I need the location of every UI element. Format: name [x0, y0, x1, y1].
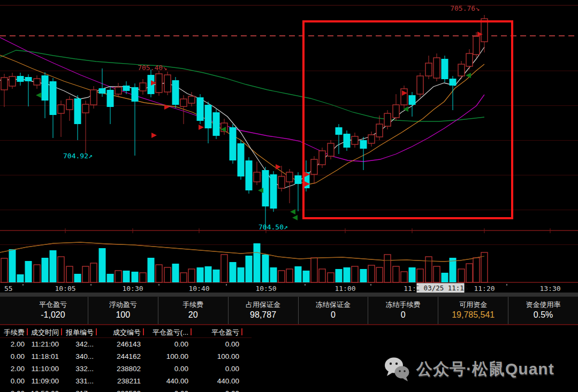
candle-down — [107, 90, 114, 107]
candle-up — [352, 136, 358, 144]
panel-splitter[interactable] — [0, 293, 578, 296]
trade-col-header[interactable]: 平仓盈亏(... — [153, 328, 188, 337]
column-resize-handle[interactable] — [241, 328, 242, 335]
volume-bar-up — [82, 266, 89, 282]
candle-up — [473, 36, 480, 55]
column-resize-handle[interactable] — [191, 328, 192, 335]
column-resize-handle[interactable] — [96, 328, 97, 335]
time-axis-label: 11:20 — [474, 285, 495, 293]
candle-up — [328, 143, 334, 156]
trade-row[interactable]: 0.0011:09:00331...238211440.00440.00 — [0, 375, 252, 387]
account-summary-bar: 平仓盈亏-1,020浮动盈亏100手续费20占用保证金98,787冻结保证金0冻… — [0, 296, 578, 325]
trade-cell: 342... — [75, 340, 94, 348]
ma-line-green — [0, 50, 484, 121]
watermark: 公众号·松鼠Quant — [383, 353, 571, 385]
time-axis-label: 13:30 — [539, 285, 560, 293]
trade-table-header[interactable]: 手续费成交时间报单编号成交编号平仓盈亏(...平仓盈亏 — [0, 327, 252, 338]
candle-up — [319, 151, 325, 165]
volume-bar-up — [384, 255, 391, 282]
kline-chart-panel[interactable]: 705.76↘705.40↘704.92↗704.50↗5510:0510:30… — [0, 0, 578, 293]
volume-bar-up — [34, 265, 40, 282]
volume-bar-down — [148, 258, 155, 282]
candle-down — [336, 127, 343, 135]
candle-up — [254, 172, 260, 182]
trade-cell: 440.00 — [217, 377, 239, 385]
buy-signal-icon — [276, 164, 281, 170]
volume-bar-down — [238, 267, 245, 282]
trade-cell: 11:18:01 — [31, 352, 59, 360]
trade-col-header[interactable]: 成交时间 — [31, 328, 59, 337]
volume-bar-down — [344, 267, 351, 282]
volume-bar-up — [164, 267, 171, 282]
volume-bar-up — [319, 269, 325, 282]
column-resize-handle[interactable] — [27, 328, 28, 335]
volume-bar-up — [180, 273, 187, 282]
column-resize-handle[interactable] — [61, 328, 62, 335]
trade-cell: 0.00 — [174, 389, 188, 392]
candle-down — [74, 98, 81, 124]
candle-down — [123, 86, 130, 91]
account-field-label: 手续费 — [158, 301, 228, 309]
price-label: 704.50↗ — [258, 223, 288, 231]
trade-row[interactable]: 2.0011:21:00342...2461430.000.00 — [0, 338, 252, 350]
candle-up — [458, 64, 465, 76]
trade-cell: 11:09:00 — [31, 377, 59, 385]
volume-bar-down — [303, 271, 310, 282]
volume-bar-down — [50, 250, 57, 282]
highlight-annotation-box — [303, 21, 512, 218]
buy-signal-icon — [199, 125, 204, 130]
account-field-label: 资金使用率 — [508, 301, 578, 309]
volume-bar-up — [66, 266, 73, 282]
account-field-value: 100 — [88, 309, 158, 321]
candle-down — [197, 97, 204, 121]
trade-cell: 11:10:00 — [31, 365, 59, 373]
volume-bar-down — [17, 274, 24, 282]
ma-line-vol — [0, 242, 484, 262]
volume-bar-down — [42, 258, 49, 282]
trade-cell: 10:56:00 — [31, 389, 59, 392]
kline-chart-canvas[interactable]: 705.76↘705.40↘704.92↗704.50↗5510:0510:30… — [0, 0, 578, 293]
candle-down — [246, 160, 253, 190]
candle-down — [360, 140, 367, 149]
column-resize-handle[interactable] — [143, 328, 144, 335]
volume-bar-up — [393, 266, 399, 282]
trade-cell: 244162 — [117, 352, 141, 360]
account-field-占用保证金: 占用保证金98,787 — [228, 297, 298, 324]
trade-cell: 2.00 — [11, 365, 25, 373]
candle-up — [278, 176, 285, 188]
volume-bar-up — [140, 273, 146, 282]
trade-row[interactable]: 2.0010:56:00317...2305020.000.00 — [0, 387, 252, 392]
volume-bar-down — [254, 243, 261, 282]
trade-row[interactable]: 2.0011:10:00332...2388020.000.00 — [0, 363, 252, 375]
trade-col-header[interactable]: 成交编号 — [113, 328, 141, 337]
volume-bar-down — [295, 266, 302, 282]
trade-row[interactable]: 0.0011:18:01340...244162100.00100.00 — [0, 350, 252, 363]
candle-up — [140, 83, 146, 91]
candle-up — [180, 99, 187, 106]
price-label: 705.40↘ — [138, 64, 167, 72]
time-axis-label: 10:40 — [188, 285, 209, 293]
trade-cell: 331... — [75, 377, 94, 385]
candle-down — [205, 105, 212, 128]
volume-bar-down — [409, 267, 416, 282]
trade-col-header[interactable]: 报单编号 — [66, 328, 94, 337]
volume-bar-up — [473, 258, 480, 282]
trade-cell: 0.00 — [225, 365, 239, 373]
sell-signal-icon — [466, 73, 471, 78]
trade-col-header[interactable]: 平仓盈亏 — [211, 328, 239, 337]
volume-bar-up — [368, 265, 375, 282]
volume-bar-down — [360, 269, 367, 282]
candle-down — [25, 77, 32, 81]
trade-col-header[interactable]: 手续费 — [4, 328, 25, 337]
volume-bar-down — [450, 258, 457, 282]
account-field-value: 98,787 — [229, 309, 298, 321]
crosshair-time-tooltip-text: 二 03/25 11:15 — [413, 284, 468, 292]
candle-down — [99, 88, 106, 94]
candle-down — [270, 174, 277, 209]
account-field-label: 可用资金 — [438, 301, 508, 309]
volume-bar-up — [58, 257, 64, 282]
trade-cell: 440.00 — [166, 377, 188, 385]
trade-records-table[interactable]: 手续费成交时间报单编号成交编号平仓盈亏(...平仓盈亏 2.0011:21:00… — [0, 327, 252, 392]
volume-bar-down — [107, 274, 114, 282]
volume-bar-down — [336, 269, 343, 282]
